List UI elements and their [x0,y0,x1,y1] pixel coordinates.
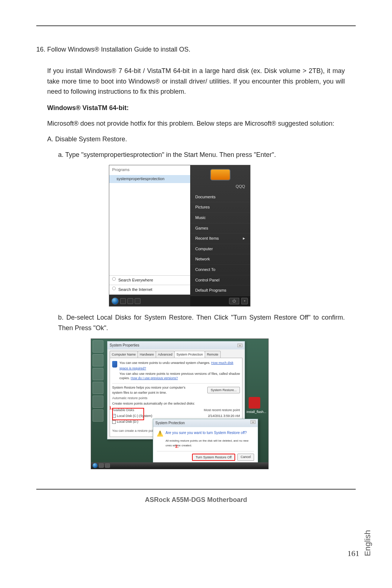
taskbar-item-icon[interactable] [120,298,126,304]
start-orb-icon[interactable] [93,463,98,468]
close-icon[interactable]: × [250,420,256,424]
cancel-button[interactable]: Cancel [237,454,254,461]
sm-item-computer[interactable]: Computer [190,244,250,255]
close-icon[interactable]: × [237,344,242,347]
taskbar [91,462,268,469]
lock-button[interactable]: ▾ [241,298,248,304]
taskbar-item-icon[interactable] [99,463,104,468]
disk-c-date: 2/14/2011 3:59:20 AM [208,413,240,418]
sm-item-defaultprograms[interactable]: Default Programs [190,285,250,296]
search-internet-row[interactable]: Search the Internet [109,285,190,295]
search-icon [112,287,116,290]
annotation-1: 1. [109,405,113,411]
dialog-subtext: All existing restore points on the disk … [166,439,254,448]
checkbox-disk-c[interactable]: ✓ [112,414,116,418]
desktop-icon [93,368,103,380]
auto-restore-label: Automatic restore points [112,396,240,401]
desktop-icon [93,340,103,353]
taskbar-item-icon[interactable] [135,298,140,304]
power-button[interactable]: ⏻ [229,298,239,304]
sm-item-controlpanel[interactable]: Control Panel [190,275,250,286]
dialog-title: System Protection [155,420,185,426]
sm-item-games[interactable]: Games [190,223,250,234]
username-label: QQQ [190,183,250,192]
search-icon [112,277,116,281]
rule-top [36,25,356,26]
note-block: If you install Windows® 7 64-bit / Vista… [36,66,356,478]
tab-computer-name[interactable]: Computer Name [110,351,138,358]
sm-item-recent[interactable]: Recent Items▶ [190,234,250,244]
taskbar-item-icon[interactable] [127,298,133,304]
disk-c-label: Local Disk (C:) (System) [117,413,207,418]
sm-item-network[interactable]: Network [190,254,250,265]
search-everywhere-label: Search Everywhere [118,277,153,284]
tab-system-protection[interactable]: System Protection [174,351,205,358]
step-a-a: a. Type "systempropertiesprotection" in … [58,150,345,160]
col-recent: Most recent restore point [204,407,240,413]
side-language-label: English [361,530,374,556]
user-avatar-icon [210,169,230,181]
shield-icon [112,361,117,368]
screenshot-start-menu: Programs systempropertiesprotection Sear… [109,165,345,307]
flash-icon-label: install_flash... [246,409,262,414]
vista-line1: Microsoft® does not provide hotfix for t… [47,118,345,129]
window-title: System Properties [110,342,139,348]
tab-remote[interactable]: Remote [205,351,221,358]
restore-help-text: System Restore helps you restore your co… [112,385,189,396]
system-restore-button[interactable]: System Restore... [207,387,240,393]
programs-label: Programs [109,165,190,175]
create-restore-label: Create restore points automatically on t… [112,402,240,406]
sm-item-documents[interactable]: Documents [190,192,250,203]
desktop-flash-icon: install_flash... [246,397,262,414]
col-disks: Available Disks [112,407,134,413]
desktop-icon [93,382,103,394]
search-everywhere-row[interactable]: Search Everywhere [109,275,190,285]
page-number: 161 [347,547,359,560]
warning-icon: ! [157,430,163,437]
checkbox-disk-d[interactable] [112,420,116,424]
note-intro: If you install Windows® 7 64-bit / Vista… [47,66,345,97]
annotation-2: 2. [175,443,179,450]
chevron-right-icon: ▶ [243,236,245,241]
confirm-dialog: System Protection × ! Are you sure you w… [153,419,258,464]
screenshot-system-properties: install_flash... System Properties × Com… [91,338,345,469]
tab-advanced[interactable]: Advanced [156,351,175,358]
sm-item-connect[interactable]: Connect To [190,265,250,275]
rule-bottom [36,489,356,490]
search-result[interactable]: systempropertiesprotection [109,175,190,183]
tab-hardware[interactable]: Hardware [138,351,156,358]
desktop-icon [93,354,103,366]
desktop-icon [93,396,103,408]
sm-item-pictures[interactable]: Pictures [190,202,250,213]
info-line1: You can use restore points to undo unwan… [119,361,210,365]
disk-row-c[interactable]: ✓ Local Disk (C:) (System) 2/14/2011 3:5… [112,413,240,418]
footer-label: ASRock A55M-DGS Motherboard [36,495,356,505]
start-orb-icon[interactable] [111,297,119,305]
taskbar-item-icon[interactable] [105,463,110,468]
step-16: 16. Follow Windows® Installation Guide t… [36,44,356,55]
step-a: A. Disable System Restore. [47,134,345,145]
desktop-icon [93,409,103,422]
link-previous-versions[interactable]: How do I use previous versions? [131,376,178,380]
step-a-b: b. De-select Local Disks for System Rest… [58,312,345,333]
turn-off-button[interactable]: Turn System Restore Off [192,454,235,461]
sm-item-music[interactable]: Music [190,213,250,223]
dialog-question: Are you sure you want to turn System Res… [166,430,247,436]
search-internet-label: Search the Internet [118,287,152,293]
heading-vista: Windows® VistaTM 64-bit: [47,103,345,113]
